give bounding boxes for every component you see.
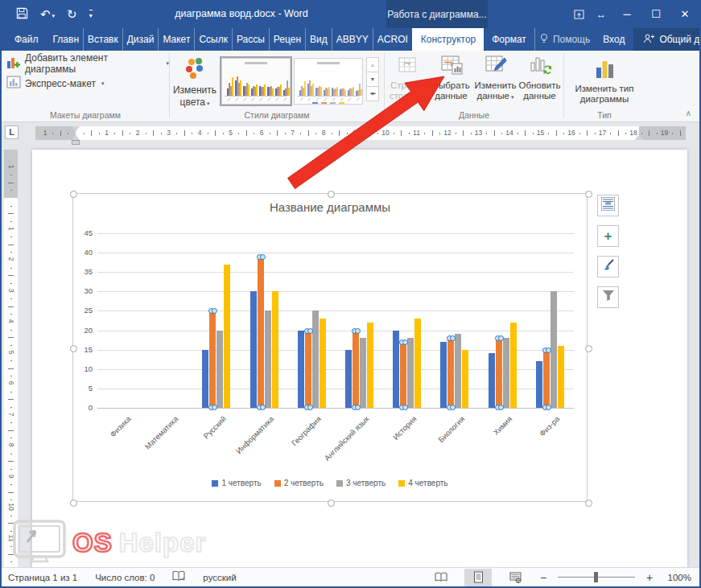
bar-3-четверть-6[interactable] — [360, 338, 366, 408]
bar-3-четверть-4[interactable] — [265, 310, 271, 408]
read-mode-button[interactable] — [427, 569, 455, 586]
tab-10[interactable]: ACROI — [373, 28, 412, 51]
page-indicator[interactable]: Страница 1 из 1 — [8, 573, 77, 582]
gallery-more-icon[interactable]: ▼ — [366, 86, 379, 101]
zoom-slider[interactable] — [558, 577, 635, 578]
zoom-level[interactable]: 100% — [664, 573, 691, 582]
bar-4-четверть-10[interactable] — [558, 346, 564, 408]
chart-filters-button[interactable] — [597, 286, 619, 308]
series-selection-handle[interactable] — [450, 405, 456, 410]
chart-style-thumbnail-1[interactable] — [221, 58, 291, 105]
series-selection-handle[interactable] — [307, 328, 313, 334]
scroll-down-icon[interactable]: ▼ — [366, 72, 379, 87]
tab-file[interactable]: Файл — [4, 28, 49, 51]
chart-style-thumbnail-2[interactable] — [294, 58, 363, 105]
proofing-icon[interactable] — [172, 570, 185, 584]
series-selection-handle[interactable] — [212, 308, 217, 314]
legend-item[interactable]: 1 четверть — [212, 479, 261, 487]
bar-2-четверть-9[interactable] — [496, 338, 502, 408]
bar-2-четверть-5[interactable] — [305, 331, 311, 408]
bar-1-четверть-5[interactable] — [298, 331, 304, 408]
layout-options-button[interactable] — [597, 195, 619, 216]
chart-frame-handle[interactable] — [70, 191, 77, 198]
ribbon-display-icon[interactable] — [567, 0, 590, 28]
document-page[interactable]: Название диаграммы051015202530354045Физи… — [32, 150, 687, 567]
customize-qat-icon[interactable]: ▾ — [89, 10, 93, 19]
sign-in[interactable]: Вход — [599, 28, 629, 51]
tab-9[interactable]: ABBYY — [332, 28, 373, 51]
bar-1-четверть-8[interactable] — [440, 342, 447, 408]
chart-frame-handle[interactable] — [585, 345, 592, 352]
series-selection-handle[interactable] — [498, 405, 504, 410]
series-selection-handle[interactable] — [546, 405, 551, 410]
chart-styles-button[interactable] — [597, 256, 619, 278]
tab-1[interactable]: Главн — [49, 28, 84, 51]
bar-2-четверть-6[interactable] — [353, 331, 359, 408]
chart-frame-handle[interactable] — [328, 191, 335, 198]
tab-stop-selector[interactable]: L — [5, 125, 19, 139]
tab-2[interactable]: Вставк — [83, 28, 122, 51]
bar-2-четверть-3[interactable] — [209, 310, 216, 408]
bar-3-четверть-9[interactable] — [503, 338, 509, 408]
bar-1-четверть-9[interactable] — [489, 353, 495, 408]
chart-frame-handle[interactable] — [70, 345, 77, 352]
chart-frame-handle[interactable] — [585, 191, 592, 198]
tab-6[interactable]: Рассы — [232, 28, 269, 51]
zoom-slider-thumb[interactable] — [594, 572, 598, 582]
bar-4-четверть-9[interactable] — [510, 323, 517, 408]
bar-3-четверть-5[interactable] — [312, 310, 319, 408]
change-chart-type-button[interactable]: Изменить тип диаграммы — [564, 53, 645, 105]
series-selection-handle[interactable] — [307, 405, 313, 410]
resize-icon[interactable]: ↔ — [590, 0, 612, 28]
chart-frame-handle[interactable] — [70, 500, 77, 507]
bar-4-четверть-3[interactable] — [224, 265, 230, 408]
bar-1-четверть-10[interactable] — [536, 361, 542, 408]
series-selection-handle[interactable] — [260, 254, 266, 260]
tab-design-chart-tools[interactable]: Конструктор — [412, 28, 484, 51]
bar-4-четверть-6[interactable] — [367, 323, 373, 408]
bar-2-четверть-4[interactable] — [258, 257, 264, 408]
legend-item[interactable]: 4 четверть — [398, 479, 447, 487]
bar-4-четверть-8[interactable] — [462, 350, 468, 408]
undo-caret-icon[interactable]: ▾ — [52, 13, 56, 19]
bar-4-четверть-5[interactable] — [320, 319, 326, 408]
bar-2-четверть-7[interactable] — [400, 342, 406, 408]
chart-object[interactable]: Название диаграммы051015202530354045Физи… — [72, 193, 588, 502]
first-line-indent-marker[interactable] — [72, 126, 80, 132]
bar-3-четверть-8[interactable] — [455, 334, 461, 408]
vertical-ruler[interactable]: 11234567891011 — [4, 150, 18, 567]
add-chart-element-button[interactable]: Добавить элемент диаграммы ▾ — [6, 53, 169, 73]
legend-item[interactable]: 3 четверть — [336, 479, 386, 487]
bar-4-четверть-4[interactable] — [272, 291, 278, 408]
print-layout-button[interactable] — [464, 569, 492, 586]
series-selection-handle[interactable] — [260, 405, 266, 410]
bar-1-четверть-7[interactable] — [393, 331, 399, 408]
chart-frame-handle[interactable] — [585, 500, 592, 507]
undo-icon[interactable]: ↶▾ — [40, 8, 55, 20]
zoom-out-button[interactable]: − — [538, 571, 548, 584]
series-selection-handle[interactable] — [498, 335, 504, 341]
quick-layout-button[interactable]: Экспресс-макет ▾ — [6, 73, 169, 93]
chart-title[interactable]: Название диаграммы — [73, 200, 587, 214]
horizontal-ruler[interactable]: 112345678910111213141516171819 — [35, 126, 686, 140]
web-layout-button[interactable] — [501, 569, 529, 586]
bar-3-четверть-3[interactable] — [216, 331, 223, 408]
scroll-up-icon[interactable]: ▲ — [366, 57, 379, 72]
maximize-icon[interactable]: ☐ — [641, 0, 670, 28]
series-selection-handle[interactable] — [402, 405, 408, 410]
tell-me-help[interactable]: Помощь — [535, 28, 594, 51]
tab-8[interactable]: Вид — [305, 28, 332, 51]
tab-format-chart-tools[interactable]: Формат — [484, 28, 535, 51]
series-selection-handle[interactable] — [355, 328, 361, 334]
tab-3[interactable]: Дизай — [122, 28, 159, 51]
bar-1-четверть-6[interactable] — [345, 350, 352, 408]
series-selection-handle[interactable] — [212, 405, 217, 410]
collapse-ribbon-icon[interactable]: ∧ — [686, 109, 691, 117]
series-selection-handle[interactable] — [450, 335, 456, 341]
tab-7[interactable]: Рецен — [269, 28, 305, 51]
bar-2-четверть-10[interactable] — [543, 350, 550, 408]
tab-4[interactable]: Макет — [158, 28, 194, 51]
bar-3-четверть-10[interactable] — [550, 291, 557, 408]
redo-icon[interactable]: ↻ — [67, 8, 77, 20]
chart-frame-handle[interactable] — [328, 500, 335, 507]
